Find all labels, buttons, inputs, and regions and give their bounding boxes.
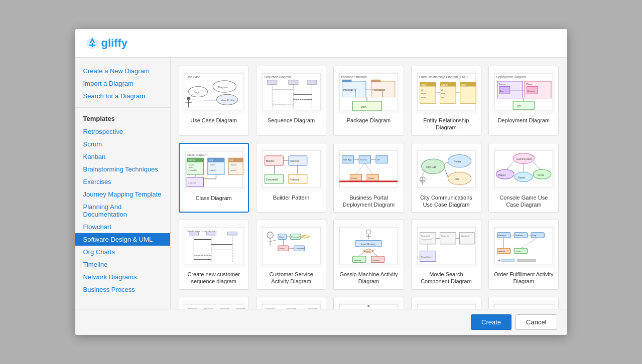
diagram-label-package: Package Diagram: [346, 114, 392, 125]
diagram-card-row4-3[interactable]: Start: [333, 297, 404, 309]
diagram-card-use-case[interactable]: Use Case Login Register View Profile: [179, 66, 249, 136]
diagram-thumb-order-fulfillment: Receive Process Ship Invoice Close: [492, 223, 555, 268]
diagram-label-business-portal: Business Portal Deployment Diagram: [337, 192, 400, 210]
svg-text:- age: - age: [188, 165, 193, 168]
diagram-thumb-row4-1: [182, 300, 245, 309]
diagram-card-customer-service[interactable]: Start Process Verify Complete: [256, 220, 326, 290]
svg-text:Class Diagram: Class Diagram: [187, 153, 207, 156]
diagram-card-console-game[interactable]: GameSystem Player Game Score Conso: [488, 143, 559, 213]
diagram-thumb-class: Class Diagram Animal - name - age + spea…: [183, 147, 245, 192]
svg-text:Use Case: Use Case: [186, 75, 200, 79]
sidebar-item-planning-docs[interactable]: Planning And Documentation: [75, 201, 170, 221]
svg-text:Item: Item: [461, 83, 466, 86]
diagram-card-create-customer[interactable]: Create new customer seq...: [179, 220, 249, 290]
diagram-card-business-portal[interactable]: Web App Service DB Cache Queue: [333, 143, 404, 213]
diagram-thumb-gossip-machine: Input Gossip Valid? Spread Discard: [337, 223, 400, 268]
svg-text:Login: Login: [194, 91, 200, 94]
svg-text:+ fetch(): + fetch(): [208, 169, 216, 171]
svg-text:Product: Product: [290, 178, 299, 181]
svg-text:Entity Relationship Diagram (E: Entity Relationship Diagram (ERD): [419, 75, 467, 79]
modal-header: gliffy: [75, 29, 567, 58]
svg-text:Start: Start: [279, 236, 284, 238]
sidebar-item-brainstorming[interactable]: Brainstorming Techniques: [75, 163, 170, 175]
svg-text:Score: Score: [538, 173, 545, 176]
svg-text:Server: Server: [498, 83, 506, 86]
svg-text:Sequence Diagram: Sequence Diagram: [264, 75, 291, 79]
diagram-card-row4-1[interactable]: [179, 297, 249, 309]
svg-text:Close: Close: [515, 250, 521, 253]
svg-text:name: name: [421, 92, 426, 95]
diagram-label-gossip-machine: Gossip Machine Activity Diagram: [337, 268, 400, 286]
svg-text:City Hall: City Hall: [426, 165, 436, 168]
svg-text:Searcher: Searcher: [441, 235, 450, 237]
sidebar-search[interactable]: Search for a Diagram: [75, 90, 170, 102]
diagram-card-city-comm[interactable]: City Hall Police Fire: [411, 143, 481, 213]
sidebar-create-new[interactable]: Create a New Diagram: [75, 65, 170, 77]
diagram-card-order-fulfillment[interactable]: Receive Process Ship Invoice Close: [488, 220, 559, 290]
diagram-card-row4-2[interactable]: [256, 297, 326, 309]
svg-text:+ move(): + move(): [188, 181, 196, 184]
diagram-label-console-game: Console Game Use Case Diagram: [492, 192, 555, 210]
diagram-card-deployment[interactable]: Deployment Diagram Server App Client Bro…: [488, 66, 559, 136]
diagram-card-sequence[interactable]: Sequence Diagram: [256, 66, 326, 136]
svg-text:Web App: Web App: [343, 158, 352, 161]
svg-text:Input Gossip: Input Gossip: [361, 243, 376, 246]
diagram-card-row4-4[interactable]: [411, 297, 481, 309]
logo-text: gliffy: [101, 37, 128, 50]
svg-text:+ purr(): + purr(): [229, 169, 236, 171]
sidebar-item-timeline[interactable]: Timeline: [75, 258, 170, 271]
diagram-thumb-movie-search: SearchUI «component» Searcher Database R…: [415, 223, 478, 268]
create-button[interactable]: Create: [471, 314, 511, 330]
sidebar-item-kanban[interactable]: Kanban: [75, 150, 170, 163]
diagram-content: Use Case Login Register View Profile: [171, 58, 567, 309]
sidebar-item-retrospective[interactable]: Retrospective: [75, 125, 170, 138]
svg-point-263: [367, 305, 369, 307]
diagram-card-row4-5[interactable]: [488, 297, 559, 309]
svg-text:Builder: Builder: [266, 159, 275, 162]
diagram-card-package[interactable]: Package Structure Package A Package B Ma…: [333, 66, 404, 136]
diagram-thumb-row4-3: Start: [337, 300, 400, 309]
svg-text:Process: Process: [515, 234, 523, 237]
diagram-card-gossip-machine[interactable]: Input Gossip Valid? Spread Discard Gossi…: [333, 220, 404, 290]
sidebar-item-business-process[interactable]: Business Process: [75, 283, 170, 296]
sidebar-item-scrum[interactable]: Scrum: [75, 138, 170, 150]
svg-text:View Profile: View Profile: [220, 99, 234, 102]
svg-text:- indoor: - indoor: [229, 163, 237, 165]
diagram-thumb-row4-4: [415, 300, 478, 309]
svg-rect-264: [417, 304, 475, 309]
diagram-card-class[interactable]: Class Diagram Animal - name - age + spea…: [179, 143, 249, 213]
svg-text:email: email: [421, 96, 426, 99]
svg-text:Police: Police: [454, 160, 461, 163]
svg-text:SearchUI: SearchUI: [421, 235, 430, 237]
svg-rect-70: [513, 101, 534, 110]
sidebar-item-flowchart[interactable]: Flowchart: [75, 221, 170, 233]
modal-dialog: gliffy Create a New Diagram Import a Dia…: [75, 29, 567, 335]
sidebar-item-journey-mapping[interactable]: Journey Mapping Template: [75, 188, 170, 201]
diagram-card-entity-rel[interactable]: Entity Relationship Diagram (ERD) User i…: [411, 66, 481, 136]
sidebar-section-title: Templates: [75, 113, 170, 125]
cancel-button[interactable]: Cancel: [516, 314, 557, 330]
svg-text:Ship: Ship: [532, 234, 537, 237]
sidebar-item-exercises[interactable]: Exercises: [75, 175, 170, 188]
svg-text:Complete: Complete: [295, 248, 304, 250]
svg-text:Cat: Cat: [229, 159, 233, 161]
sidebar-item-org-charts[interactable]: Org Charts: [75, 246, 170, 258]
sidebar-item-software-design[interactable]: Software Design & UML: [75, 233, 170, 246]
diagram-card-builder[interactable]: Builder Director ConcreteB Product: [256, 143, 326, 213]
sidebar-item-network-diagrams[interactable]: Network Diagrams: [75, 271, 170, 283]
diagram-label-sequence: Sequence Diagram: [267, 114, 316, 125]
sidebar: Create a New Diagram Import a Diagram Se…: [75, 58, 171, 309]
diagram-thumb-entity-rel: Entity Relationship Diagram (ERD) User i…: [415, 69, 478, 114]
svg-text:Main: Main: [361, 105, 366, 108]
svg-text:Package A: Package A: [343, 88, 356, 91]
diagram-label-use-case: Use Case Diagram: [189, 114, 238, 125]
diagram-label-class: Class Diagram: [195, 192, 233, 203]
svg-rect-125: [340, 180, 398, 182]
diagram-thumb-customer-service: Start Process Verify Complete: [260, 223, 323, 268]
diagram-thumb-create-customer: Create new customer seq...: [182, 223, 245, 268]
svg-text:User: User: [421, 83, 426, 86]
svg-point-131: [448, 172, 471, 185]
diagram-card-movie-search[interactable]: SearchUI «component» Searcher Database R…: [411, 220, 481, 290]
sidebar-import[interactable]: Import a Diagram: [75, 77, 170, 90]
diagram-label-builder: Builder Pattern: [272, 192, 311, 202]
